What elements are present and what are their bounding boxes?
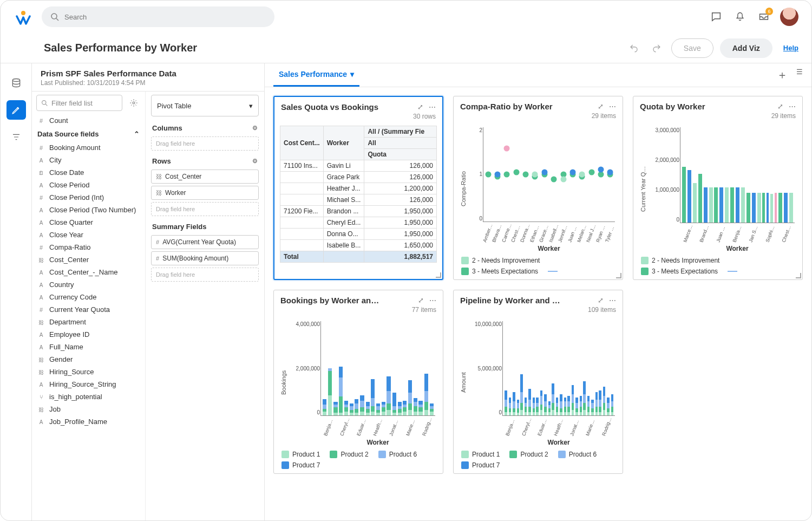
expand-icon[interactable]: ⤢ (417, 103, 423, 111)
field-item[interactable]: Close Year (32, 229, 145, 241)
svg-point-3 (12, 79, 19, 82)
user-avatar[interactable] (780, 8, 798, 26)
y-axis-label: Bookings (279, 319, 288, 446)
field-item[interactable]: Close Period (Two Number) (32, 204, 145, 216)
save-button[interactable]: Save (671, 38, 713, 58)
rows-dropzone[interactable]: Drag field here (151, 202, 259, 216)
page-title: Sales Performance by Worker (44, 42, 197, 54)
expand-icon[interactable]: ⤢ (777, 102, 783, 110)
columns-dropzone[interactable]: Drag field here (151, 136, 259, 151)
summary-pill[interactable]: #SUM(Booking Amount) (151, 251, 259, 265)
viz-card-quota[interactable]: Quota by Worker⤢⋯ 29 items Current Year … (633, 96, 803, 280)
field-item[interactable]: Count (32, 114, 145, 127)
x-axis-label: Worker (481, 243, 617, 252)
edit-icon[interactable] (6, 100, 26, 120)
card-subtitle: 109 items (454, 306, 623, 317)
svg-point-6 (133, 102, 135, 104)
more-icon[interactable]: ⋯ (609, 102, 616, 110)
expand-icon[interactable]: ⤢ (598, 296, 604, 304)
row-pill[interactable]: ⛓Cost_Center (151, 170, 259, 184)
table-row: Isabelle B...1,650,000 (280, 240, 437, 251)
table-row: Cheryl Ed...1,950,000 (280, 217, 437, 229)
svg-point-0 (21, 11, 25, 15)
more-icon[interactable]: ⋯ (429, 296, 436, 304)
row-pill[interactable]: ⛓Worker (151, 186, 259, 200)
filter-icon[interactable] (6, 127, 26, 147)
fields-panel: Prism SPF Sales Performance Data Last Pu… (32, 63, 265, 520)
viz-card-sales-quota[interactable]: Sales Quota vs Bookings ⤢⋯ 30 rows Cost … (273, 96, 443, 280)
data-sources-icon[interactable] (6, 73, 26, 93)
expand-icon[interactable]: ⤢ (418, 296, 424, 304)
columns-section-label: Columns (152, 124, 182, 132)
x-axis-label: Worker (318, 437, 437, 446)
field-item[interactable]: City (32, 154, 145, 166)
global-search[interactable]: Search (42, 6, 274, 27)
resize-handle[interactable] (436, 272, 441, 278)
field-item[interactable]: Cost_Center (32, 253, 145, 266)
scatter-plot: 210 (483, 127, 615, 222)
field-item[interactable]: Close Date (32, 166, 145, 179)
chart-legend: Product 1 Product 2 Product 6 Product 7 (459, 446, 617, 469)
sheet-tab[interactable]: Sales Performance ▾ (273, 63, 359, 87)
field-item[interactable]: is_high_potential (32, 390, 145, 403)
field-item[interactable]: Country (32, 278, 145, 291)
field-list: Filter field list Count Data Source fiel… (32, 92, 146, 520)
notifications-icon[interactable] (732, 9, 748, 24)
viz-card-pipeline[interactable]: Pipeline by Worker and …⤢⋯ 109 items Amo… (453, 290, 623, 474)
field-item[interactable]: Hiring_Source (32, 366, 145, 378)
field-settings-icon[interactable] (127, 96, 141, 110)
field-item[interactable]: Job (32, 403, 145, 415)
more-icon[interactable]: ⋯ (609, 296, 616, 304)
help-link[interactable]: Help (783, 44, 798, 52)
stacked-bar-chart: 4,000,0002,000,0000 (320, 321, 435, 416)
viz-type-select[interactable]: Pivot Table ▾ (151, 95, 259, 116)
field-item[interactable]: Cost_Center_-_Name (32, 266, 145, 278)
field-item[interactable]: Current Year Quota (32, 303, 145, 316)
field-group-header[interactable]: Data Source fields ⌃ (32, 127, 145, 141)
app-logo[interactable] (14, 7, 33, 27)
field-item[interactable]: Close Period (Int) (32, 191, 145, 204)
field-item[interactable]: Job_Profile_Name (32, 415, 145, 428)
field-item[interactable]: Hiring_Source_String (32, 378, 145, 390)
add-viz-button[interactable]: Add Viz (720, 38, 772, 58)
resize-handle[interactable] (616, 273, 621, 278)
field-item[interactable]: Department (32, 316, 145, 328)
add-sheet-icon[interactable]: ＋ (777, 68, 788, 82)
more-icon[interactable]: ⋯ (429, 103, 436, 111)
pivot-table: Cost Cent...WorkerAll / (Summary Fie All… (280, 126, 437, 263)
more-icon[interactable]: ⋯ (789, 102, 796, 110)
card-title: Bookings by Worker an… (280, 296, 379, 305)
filter-field-input[interactable]: Filter field list (36, 95, 122, 111)
viz-card-bookings[interactable]: Bookings by Worker an…⤢⋯ 77 items Bookin… (273, 290, 443, 474)
datasource-published: Last Published: 10/31/2019 4:54 PM (41, 79, 256, 87)
field-item[interactable]: Full_Name (32, 341, 145, 353)
field-item[interactable]: Currency Code (32, 291, 145, 303)
field-item[interactable]: Compa-Ratio (32, 241, 145, 253)
table-row: Grace Park126,000 (280, 172, 437, 183)
top-bar: Search 6 (1, 1, 811, 33)
field-item[interactable]: Employee ID (32, 328, 145, 341)
summary-dropzone[interactable]: Drag field here (151, 268, 259, 282)
card-title: Pipeline by Worker and … (460, 296, 560, 305)
resize-handle[interactable] (796, 273, 801, 278)
field-item[interactable]: Gender (32, 353, 145, 366)
search-icon (50, 12, 59, 21)
redo-icon[interactable] (649, 40, 665, 56)
sheet-list-icon[interactable]: ☰ (796, 68, 803, 82)
field-item[interactable]: Close Quarter (32, 216, 145, 229)
svg-point-1 (51, 14, 57, 19)
card-title: Quota by Worker (640, 102, 705, 111)
field-item[interactable]: Booking Amount (32, 141, 145, 154)
chat-icon[interactable] (709, 9, 724, 24)
summary-pill[interactable]: #AVG(Current Year Quota) (151, 235, 259, 249)
chart-legend: 2 - Needs Improvement 3 - Meets Expectat… (639, 252, 797, 275)
expand-icon[interactable]: ⤢ (598, 102, 604, 110)
sliders-icon[interactable]: ⚙ (252, 158, 258, 165)
viz-card-compa-ratio[interactable]: Compa-Ratio by Worker⤢⋯ 29 items Compa-R… (453, 96, 623, 280)
undo-icon[interactable] (626, 40, 642, 56)
inbox-icon[interactable]: 6 (756, 9, 771, 24)
field-item[interactable]: Close Period (32, 179, 145, 191)
card-subtitle: 29 items (633, 112, 802, 123)
sliders-icon[interactable]: ⚙ (252, 125, 258, 132)
inbox-badge: 6 (765, 8, 773, 15)
